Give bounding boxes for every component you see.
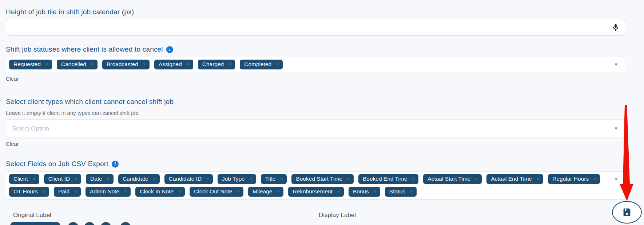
tag-label: OT Hours xyxy=(13,188,38,195)
truncated-circle-button[interactable] xyxy=(84,222,95,225)
tag-label: Clock In Note xyxy=(140,188,174,195)
status-tag: Broadcasted × xyxy=(102,60,150,69)
remove-tag-icon[interactable]: × xyxy=(75,177,77,181)
label-mapping-table-header: Original Label Display Label xyxy=(6,212,625,220)
remove-tag-icon[interactable]: × xyxy=(43,189,45,194)
remove-tag-icon[interactable]: × xyxy=(206,177,209,181)
csv-field-tag: Job Type × xyxy=(218,174,256,184)
csv-field-tag: Date × xyxy=(86,174,114,184)
csv-field-tag: Actual Start Time × xyxy=(423,174,482,184)
csv-field-tag: Reimbursement × xyxy=(288,187,343,197)
field-label-client-types: Select client types which client cannot … xyxy=(6,98,625,106)
truncated-circle-button[interactable] xyxy=(68,222,79,225)
remove-tag-icon[interactable]: × xyxy=(280,177,283,181)
remove-tag-icon[interactable]: × xyxy=(107,177,110,181)
tag-label: Title xyxy=(265,176,276,182)
remove-tag-icon[interactable]: × xyxy=(276,62,279,67)
cancel-statuses-label: Shift job statuses where client is allow… xyxy=(6,45,163,53)
info-icon[interactable]: i xyxy=(166,46,173,53)
chevron-down-icon[interactable]: ▾ xyxy=(615,176,617,181)
csv-field-tag: Regular Hours × xyxy=(548,174,600,184)
remove-tag-icon[interactable]: × xyxy=(91,62,94,67)
tag-label: Bonus xyxy=(353,188,369,195)
csv-field-tag: Admin Note × xyxy=(86,187,131,197)
client-types-hint: Leave it empty if client in any types ca… xyxy=(6,110,625,116)
remove-tag-icon[interactable]: × xyxy=(74,189,77,194)
tag-label: Actual Start Time xyxy=(428,176,470,182)
remove-tag-icon[interactable]: × xyxy=(143,62,146,67)
remove-tag-icon[interactable]: × xyxy=(410,189,413,194)
tag-label: Requested xyxy=(13,61,41,68)
remove-tag-icon[interactable]: × xyxy=(237,189,239,194)
tag-label: Charged xyxy=(202,61,224,68)
csv-field-tag: Actual End Time × xyxy=(486,174,543,184)
cancel-statuses-multiselect[interactable]: Requested × Cancelled × Broadcasted × As… xyxy=(6,57,625,72)
tag-label: Client ID xyxy=(48,176,70,182)
remove-tag-icon[interactable]: × xyxy=(475,177,478,181)
remove-tag-icon[interactable]: × xyxy=(45,62,48,67)
csv-field-tag: Paid × xyxy=(54,187,81,197)
cancel-statuses-tags: Requested × Cancelled × Broadcasted × As… xyxy=(9,60,603,69)
tag-label: Paid xyxy=(58,188,69,195)
csv-field-tag: OT Hours × xyxy=(9,187,49,197)
csv-field-tag: Booked End Time × xyxy=(358,174,418,184)
remove-tag-icon[interactable]: × xyxy=(178,189,181,194)
remove-tag-icon[interactable]: × xyxy=(537,177,539,181)
tag-label: Broadcasted xyxy=(107,61,138,68)
csv-field-tag: Candidate × xyxy=(118,174,160,184)
truncated-circle-button[interactable] xyxy=(100,222,111,225)
original-label-column-header: Original Label xyxy=(13,212,51,219)
csv-field-tag: Title × xyxy=(261,174,287,184)
tag-label: Completed xyxy=(244,61,271,68)
csv-fields-tags: Client × Client ID × Date × Candidate × xyxy=(9,174,603,197)
csv-field-tag: Client ID × xyxy=(44,174,81,184)
tag-label: Candidate ID xyxy=(169,176,202,182)
settings-form: Height of job tile in shift job calendar… xyxy=(6,0,625,220)
remove-tag-icon[interactable]: × xyxy=(412,177,414,181)
clear-statuses-link[interactable]: Clear xyxy=(6,76,19,82)
status-tag: Cancelled × xyxy=(57,60,98,69)
tag-label: Job Type xyxy=(222,176,245,182)
tag-label: Assigned xyxy=(159,61,182,68)
clear-client-types-link[interactable]: Clear xyxy=(6,141,19,147)
truncated-circle-button[interactable] xyxy=(120,222,131,225)
remove-tag-icon[interactable]: × xyxy=(187,62,189,67)
remove-tag-icon[interactable]: × xyxy=(153,177,156,181)
remove-tag-icon[interactable]: × xyxy=(277,189,279,194)
tag-label: Regular Hours xyxy=(552,176,589,182)
remove-tag-icon[interactable]: × xyxy=(347,177,350,181)
csv-fields-multiselect[interactable]: Client × Client ID × Date × Candidate × xyxy=(6,171,625,200)
remove-tag-icon[interactable]: × xyxy=(33,177,35,181)
tile-height-input[interactable] xyxy=(6,19,625,36)
csv-fields-label: Select Fields on Job CSV Export xyxy=(6,160,108,168)
status-tag: Charged × xyxy=(198,60,235,69)
remove-tag-icon[interactable]: × xyxy=(337,189,340,194)
tag-label: Reimbursement xyxy=(293,188,332,195)
microphone-icon[interactable] xyxy=(611,23,620,32)
tag-label: Cancelled xyxy=(61,61,86,68)
tag-label: Clock Out Note xyxy=(194,188,232,195)
save-icon xyxy=(621,207,632,218)
csv-field-tag: Status × xyxy=(385,187,417,197)
chevron-down-icon[interactable]: ▾ xyxy=(615,61,617,67)
remove-tag-icon[interactable]: × xyxy=(250,177,252,181)
client-types-select[interactable]: Select Option ▾ xyxy=(6,119,625,137)
select-placeholder: Select Option xyxy=(9,125,49,132)
tag-label: Booked Start Time xyxy=(296,176,342,182)
status-tag: Requested × xyxy=(9,60,52,69)
tag-label: Actual End Time xyxy=(491,176,532,182)
csv-field-tag: Mileage × xyxy=(248,187,283,197)
remove-tag-icon[interactable]: × xyxy=(124,189,127,194)
remove-tag-icon[interactable]: × xyxy=(593,177,596,181)
tag-label: Status xyxy=(389,188,405,195)
csv-field-tag: Booked Start Time × xyxy=(291,174,354,184)
remove-tag-icon[interactable]: × xyxy=(374,189,376,194)
tag-label: Admin Note xyxy=(90,188,119,195)
tag-label: Candidate xyxy=(123,176,148,182)
csv-field-tag: Clock Out Note × xyxy=(190,187,243,197)
info-icon[interactable]: i xyxy=(112,161,119,168)
save-button[interactable] xyxy=(612,201,642,224)
remove-tag-icon[interactable]: × xyxy=(228,62,231,67)
tile-height-input-wrap xyxy=(6,19,625,36)
chevron-down-icon[interactable]: ▾ xyxy=(615,125,617,131)
